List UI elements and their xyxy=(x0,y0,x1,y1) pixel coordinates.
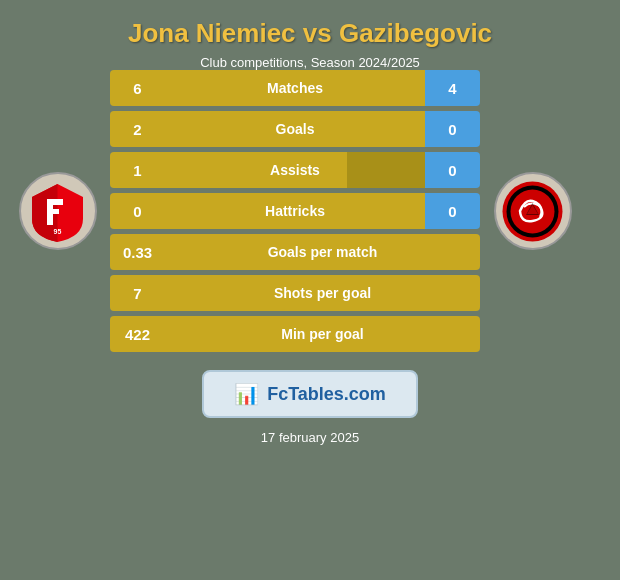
left-team-logo: 95 xyxy=(10,172,105,250)
stat-row-matches: 6 Matches 4 xyxy=(110,70,480,106)
svg-rect-1 xyxy=(47,199,63,205)
min-per-goal-value: 422 xyxy=(110,316,165,352)
hattricks-label: Hattricks xyxy=(165,193,425,229)
fctables-icon: 📊 xyxy=(234,382,259,406)
stat-row-min-per-goal: 422 Min per goal xyxy=(110,316,480,352)
hattricks-left-value: 0 xyxy=(110,193,165,229)
min-per-goal-label: Min per goal xyxy=(165,316,480,352)
hattricks-right-value: 0 xyxy=(425,193,480,229)
assists-label: Assists xyxy=(165,152,425,188)
goals-per-match-label: Goals per match xyxy=(165,234,480,270)
fctables-text: FcTables.com xyxy=(267,384,386,405)
goals-left-value: 2 xyxy=(110,111,165,147)
goals-label: Goals xyxy=(165,111,425,147)
assists-left-value: 1 xyxy=(110,152,165,188)
fctables-banner[interactable]: 📊 FcTables.com xyxy=(202,370,418,418)
subtitle: Club competitions, Season 2024/2025 xyxy=(200,55,420,70)
stat-row-shots-per-goal: 7 Shots per goal xyxy=(110,275,480,311)
stat-row-hattricks: 0 Hattricks 0 xyxy=(110,193,480,229)
stat-row-goals: 2 Goals 0 xyxy=(110,111,480,147)
matches-label: Matches xyxy=(165,70,425,106)
assists-right-value: 0 xyxy=(425,152,480,188)
shots-per-goal-value: 7 xyxy=(110,275,165,311)
goals-right-value: 0 xyxy=(425,111,480,147)
goals-per-match-value: 0.33 xyxy=(110,234,165,270)
page-title: Jona Niemiec vs Gazibegovic xyxy=(128,18,492,49)
svg-text:95: 95 xyxy=(54,228,62,235)
stat-row-goals-per-match: 0.33 Goals per match xyxy=(110,234,480,270)
footer-date: 17 february 2025 xyxy=(261,430,359,445)
svg-rect-2 xyxy=(47,209,59,214)
shots-per-goal-label: Shots per goal xyxy=(165,275,480,311)
stat-row-assists: 1 Assists 0 xyxy=(110,152,480,188)
right-team-logo xyxy=(485,172,580,250)
stats-panel: 6 Matches 4 2 Goals 0 1 Assists 0 0 xyxy=(110,70,480,352)
matches-right-value: 4 xyxy=(425,70,480,106)
matches-left-value: 6 xyxy=(110,70,165,106)
